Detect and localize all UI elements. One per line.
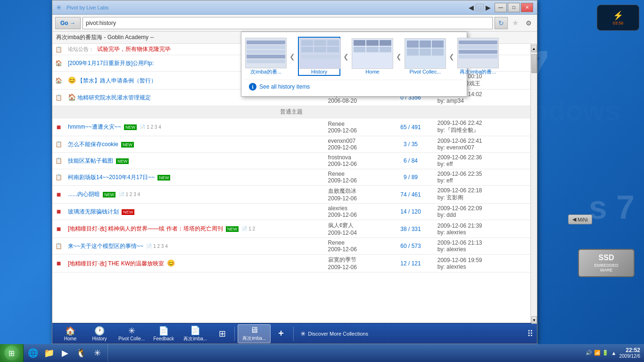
topic-link[interactable]: hmmm~~遭遭火灾~~ [68, 123, 121, 130]
topic-link[interactable]: ......内心阴暗 [68, 191, 100, 197]
author-cell: Renee 2009-12-06 [325, 118, 387, 136]
start-orb: ⊞ [4, 346, 19, 361]
forward-arrow[interactable]: ▶ [486, 4, 491, 11]
row-icon: 📋 [52, 153, 65, 169]
topic-link[interactable]: 柯南剧场版14~~2010年4月17日~~ [68, 174, 155, 181]
thumb-arrow-3[interactable]: ❮ [395, 53, 403, 60]
history-thumb-5[interactable]: 再次imba的番... [457, 38, 499, 75]
history-thumb-4[interactable]: Pivot Collec... [405, 38, 446, 74]
go-button[interactable]: Go → [55, 17, 81, 29]
date-cell: 2009-12-06 21:13 by: alexries [435, 238, 530, 255]
topic-link[interactable]: [地精瞳目灯·改] THE KW的温馨放映室 [68, 260, 164, 267]
table-row: 📋 怎么不能保存cookie NEW evenxn007 2009-12-06 … [52, 136, 530, 153]
last-date: 2009-12-06 22:09 [438, 205, 528, 212]
pivot-collection[interactable]: ✳ Pivot Colle... [115, 324, 149, 343]
clock-date: 2009/12/6 [619, 354, 641, 359]
topic-link[interactable]: 技能区某帖子截图 [68, 157, 113, 164]
last-by: by: alexries [438, 246, 528, 253]
back-arrow[interactable]: ◀ [469, 4, 474, 11]
topic-link[interactable]: 怎么不能保存cookie [68, 141, 118, 148]
new-badge: NEW [226, 226, 239, 232]
settings-button[interactable]: ⚙ [523, 17, 534, 29]
favorites-button[interactable]: ★ [510, 17, 521, 29]
last-by: by: alexries [438, 263, 528, 270]
discover-label: Discover More Collections [308, 331, 368, 337]
table-row: 📋 来~~关于这个模型区的事情~~ 📄 1 2 3 4 Renee 2009-1… [52, 238, 530, 255]
qq-icon[interactable]: 🐧 [74, 346, 89, 361]
start-button[interactable]: ⊞ [0, 344, 24, 362]
topic-link[interactable]: [2009年1月17日重新开放]公用Ftp: [68, 60, 154, 66]
history-thumb-3[interactable]: Home [352, 38, 393, 74]
date-cell: 2009-12-06 22:35 by: eff [435, 169, 530, 186]
author-date: 2009-12-06 [328, 161, 384, 167]
replies-cell: 74 / 461 [387, 186, 435, 204]
author-name: Renee [328, 121, 384, 127]
emoji-icon: 😊 [68, 76, 76, 84]
minimize-button[interactable]: — [495, 3, 507, 12]
row-icon: ■ [52, 204, 65, 220]
author-date: 2009-12-06 [328, 144, 384, 151]
tab-control[interactable]: □ [476, 4, 484, 11]
refresh-button[interactable]: ↻ [495, 17, 508, 29]
ie-icon[interactable]: 🌐 [25, 346, 41, 361]
pivot-grid-toggle[interactable]: ⊞ [213, 324, 231, 343]
section-header-cell: 普通主题 [52, 106, 530, 118]
close-button[interactable]: ✕ [521, 3, 533, 12]
topic-link[interactable]: 地精研究院水民灌水管理规定 [77, 94, 151, 101]
scroll-up[interactable]: ▲ [531, 45, 537, 52]
discover-collections[interactable]: ✳ Discover More Collections [297, 330, 372, 337]
section-header-row: 普通主题 [52, 106, 530, 118]
mini-arrow: ◀ [572, 216, 576, 222]
taskbar-separator [234, 327, 235, 341]
topic-link[interactable]: 来~~关于这个模型区的事情~~ [68, 243, 143, 249]
last-date: 2009-12-06 22:35 [438, 171, 528, 177]
clock-time: 22:52 [619, 347, 641, 354]
mini-button[interactable]: ◀ MiNi [568, 214, 592, 224]
explorer-icon[interactable]: 📁 [41, 346, 57, 361]
last-date: 2009-12-06 22:18 [438, 187, 528, 194]
pivot-add[interactable]: + [272, 324, 290, 343]
thumb-arrow-4[interactable]: ❮ [448, 53, 455, 60]
scroll-down[interactable]: ▼ [531, 316, 537, 323]
author-name: 血败魔劲冰 [328, 187, 384, 195]
pivot-taskbar: 🏠 Home 🕐 History ✳ Pivot Colle... 📄 Feed… [52, 323, 537, 344]
author-cell: 疯人¢窘人 2009-12-04 [325, 220, 387, 238]
history-thumbnails: 次imba的番... ❮ History ❮ [245, 37, 463, 76]
windows-taskbar: ⊞ 🌐 📁 ▶ 🐧 ✳ 🔊 📶 🔋 ▲ 22:52 2009/12/6 [0, 344, 644, 362]
topic-cell: ......内心阴暗 NEW 📄 1 2 3 4 [65, 186, 325, 204]
table-row: ■ [地精瞳目灯·改] THE KW的温馨放映室 😊 寂寞的季节 2009-12… [52, 255, 530, 272]
grid-dots-icon: ⠿ [527, 329, 533, 339]
address-input[interactable] [83, 17, 493, 29]
topic-link[interactable]: 玻璃渣无限骗钱计划 [68, 208, 119, 215]
topic-link[interactable]: [地精瞳目灯·改] 精神病人的世界——续 作者：塔塔的死亡周刊 [68, 225, 223, 232]
pivot-add-icon: + [278, 328, 284, 339]
history-thumb-2[interactable]: History [298, 37, 340, 76]
tray-notification[interactable]: ▲ [611, 350, 617, 356]
thumb-img-3 [352, 38, 393, 69]
author-cell: 寂寞的季节 2009-12-06 [325, 255, 387, 272]
clock-display[interactable]: 22:52 2009/12/6 [619, 347, 641, 359]
thumb-arrow-2[interactable]: ❮ [342, 53, 350, 60]
replies-cell: 12 / 121 [387, 255, 435, 272]
author-date: 2009-12-06 [328, 177, 384, 184]
pivot-active-tab[interactable]: 🖥 再次imba... [238, 324, 271, 343]
pivot-feedback[interactable]: 📄 Feedback [149, 324, 178, 343]
topic-cell: 技能区某帖子截图 NEW [65, 153, 325, 169]
pivot-home[interactable]: 🏠 Home [56, 324, 84, 343]
grid-dots[interactable]: ⠿ [527, 329, 533, 339]
row-icon: ■ [52, 255, 65, 272]
scroll-thumb[interactable] [531, 54, 537, 73]
pivot-imba[interactable]: 📄 再次imba... [179, 324, 212, 343]
topic-link[interactable]: 【禁水】路人申请条例（暂行） [77, 77, 157, 84]
thumb-arrow-1[interactable]: ❮ [289, 53, 296, 60]
media-icon[interactable]: ▶ [58, 346, 73, 361]
author-name: evenxn007 [328, 138, 384, 144]
mini-label: MiNi [578, 217, 588, 222]
see-all-link[interactable]: ℹ See all history items [245, 80, 463, 92]
pivot-history[interactable]: 🕐 History [85, 324, 114, 343]
topic-link[interactable]: 试验完毕，所有物体克隆完毕 [97, 46, 171, 52]
pivot-taskbar-icon[interactable]: ✳ [90, 346, 105, 361]
history-thumb-1[interactable]: 次imba的番... [245, 38, 287, 75]
scrollbar[interactable]: ▲ ▼ [530, 44, 537, 323]
maximize-button[interactable]: □ [508, 3, 520, 12]
